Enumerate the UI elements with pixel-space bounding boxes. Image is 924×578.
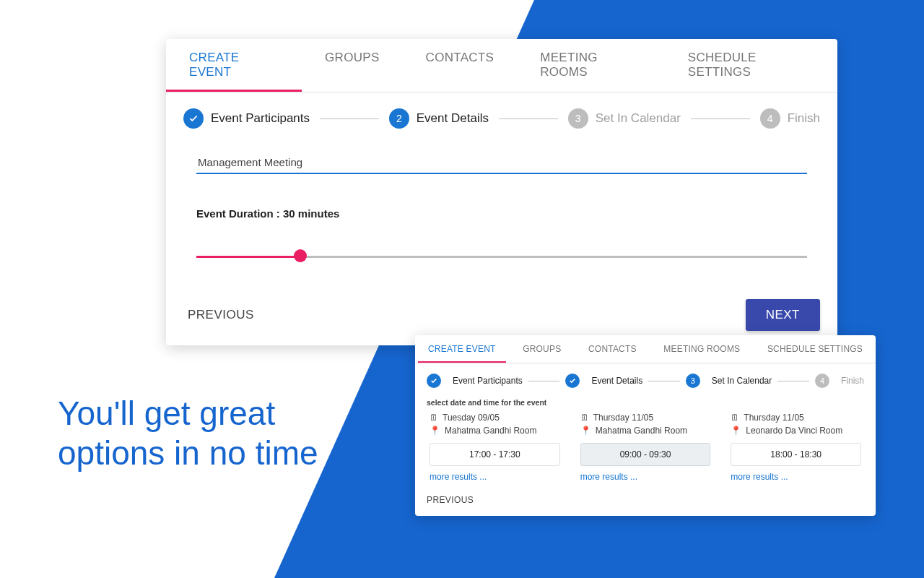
tab-groups[interactable]: GROUPS [513, 335, 571, 363]
step-set-in-calendar[interactable]: 3 Set In Calendar [686, 374, 772, 388]
slider-fill [196, 256, 300, 258]
tab-groups[interactable]: GROUPS [302, 39, 402, 92]
step-label: Event Details [417, 111, 489, 126]
time-slot-button[interactable]: 17:00 - 17:30 [430, 443, 560, 466]
event-name-input[interactable] [196, 150, 807, 174]
step-set-in-calendar[interactable]: 3 Set In Calendar [568, 108, 681, 129]
tab-schedule-settings[interactable]: SCHEDULE SETTINGS [665, 39, 837, 92]
previous-button[interactable]: PREVIOUS [183, 301, 258, 329]
location-icon: 📍 [731, 426, 741, 436]
wizard-stepper: Event Participants 2 Event Details 3 Set… [166, 92, 837, 136]
more-results-link[interactable]: more results ... [580, 472, 637, 482]
select-datetime-instruction: select date and time for the event [415, 392, 876, 413]
check-icon [565, 374, 580, 388]
wizard-actions: PREVIOUS [415, 483, 876, 509]
slot-date-text: Thursday 11/05 [744, 413, 803, 423]
calendar-icon: 🗓 [430, 413, 438, 423]
step-participants[interactable]: Event Participants [183, 108, 310, 129]
calendar-icon: 🗓 [580, 413, 589, 423]
step-connector [320, 118, 379, 119]
step-details[interactable]: Event Details [565, 374, 642, 388]
time-slot-option: 🗓 Tuesday 09/05 📍 Mahatma Gandhi Room 17… [430, 413, 560, 483]
create-event-card-step3: CREATE EVENT GROUPS CONTACTS MEETING ROO… [415, 335, 876, 516]
tab-contacts[interactable]: CONTACTS [578, 335, 647, 363]
tab-create-event[interactable]: CREATE EVENT [166, 39, 302, 92]
event-details-form: Event Duration : 30 minutes [166, 136, 837, 285]
calendar-icon: 🗓 [731, 413, 739, 423]
step-connector [648, 381, 680, 381]
step-label: Finish [788, 111, 820, 126]
step-participants[interactable]: Event Participants [427, 374, 523, 388]
step-number-icon: 4 [760, 108, 780, 129]
step-label: Finish [841, 376, 864, 386]
check-icon [183, 108, 204, 129]
time-slot-options: 🗓 Tuesday 09/05 📍 Mahatma Gandhi Room 17… [415, 413, 876, 483]
step-connector [691, 118, 750, 119]
slot-date: 🗓 Tuesday 09/05 [430, 413, 560, 423]
headline-line: You'll get great [58, 394, 318, 434]
time-slot-option: 🗓 Thursday 11/05 📍 Leonardo Da Vinci Roo… [731, 413, 861, 483]
slider-thumb[interactable] [294, 249, 307, 262]
step-label: Event Participants [453, 376, 523, 386]
slot-room-text: Mahatma Gandhi Room [596, 426, 687, 436]
tab-meeting-rooms[interactable]: MEETING ROOMS [517, 39, 665, 92]
step-number-icon: 3 [686, 374, 700, 388]
tab-meeting-rooms[interactable]: MEETING ROOMS [653, 335, 750, 363]
headline-line: options in no time [58, 434, 318, 473]
step-label: Set In Calendar [596, 111, 681, 126]
marketing-headline: You'll get great options in no time [58, 394, 318, 473]
wizard-actions: PREVIOUS NEXT [166, 285, 837, 335]
slot-room: 📍 Mahatma Gandhi Room [580, 426, 711, 436]
step-finish[interactable]: 4 Finish [760, 108, 820, 129]
location-icon: 📍 [430, 426, 440, 436]
slot-room-text: Mahatma Gandhi Room [445, 426, 536, 436]
time-slot-option: 🗓 Thursday 11/05 📍 Mahatma Gandhi Room 0… [580, 413, 711, 483]
location-icon: 📍 [580, 426, 591, 436]
step-number-icon: 3 [568, 108, 588, 129]
check-icon [427, 374, 441, 388]
more-results-link[interactable]: more results ... [430, 472, 487, 482]
step-label: Set In Calendar [712, 376, 772, 386]
create-event-card-step2: CREATE EVENT GROUPS CONTACTS MEETING ROO… [166, 39, 837, 345]
slot-room-text: Leonardo Da Vinci Room [746, 426, 842, 436]
previous-button[interactable]: PREVIOUS [427, 495, 474, 505]
wizard-stepper: Event Participants Event Details 3 Set I… [415, 363, 876, 392]
slot-date-text: Tuesday 09/05 [443, 413, 500, 423]
step-details[interactable]: 2 Event Details [389, 108, 489, 129]
main-tabs: CREATE EVENT GROUPS CONTACTS MEETING ROO… [166, 39, 837, 92]
main-tabs: CREATE EVENT GROUPS CONTACTS MEETING ROO… [415, 335, 876, 363]
next-button[interactable]: NEXT [746, 299, 820, 331]
slot-date: 🗓 Thursday 11/05 [580, 413, 711, 423]
time-slot-button[interactable]: 18:00 - 18:30 [731, 443, 861, 466]
time-slot-button[interactable]: 09:00 - 09:30 [580, 443, 711, 466]
slot-room: 📍 Mahatma Gandhi Room [430, 426, 560, 436]
step-number-icon: 4 [815, 374, 829, 388]
slot-date-text: Thursday 11/05 [593, 413, 653, 423]
duration-slider[interactable] [196, 250, 807, 264]
step-connector [777, 381, 809, 381]
event-duration-label: Event Duration : 30 minutes [196, 207, 807, 220]
tab-contacts[interactable]: CONTACTS [403, 39, 518, 92]
step-connector [499, 118, 558, 119]
slot-date: 🗓 Thursday 11/05 [731, 413, 861, 423]
step-finish[interactable]: 4 Finish [815, 374, 864, 388]
tab-schedule-settings[interactable]: SCHEDULE SETTINGS [757, 335, 873, 363]
tab-create-event[interactable]: CREATE EVENT [418, 335, 506, 363]
more-results-link[interactable]: more results ... [731, 472, 788, 482]
step-label: Event Participants [211, 111, 310, 126]
step-connector [528, 381, 560, 381]
step-number-icon: 2 [389, 108, 409, 129]
step-label: Event Details [591, 376, 642, 386]
slot-room: 📍 Leonardo Da Vinci Room [731, 426, 861, 436]
